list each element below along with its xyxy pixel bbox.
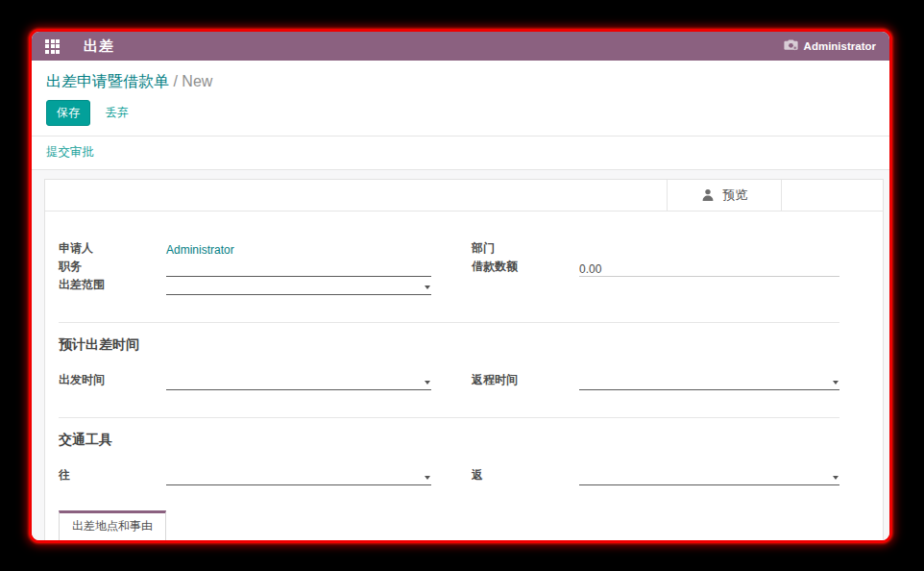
form-sheet: 预览 申请人 Administrator 职务 xyxy=(44,179,884,540)
navbar: 出差 Administrator xyxy=(32,32,889,61)
person-icon xyxy=(701,188,715,202)
field-outbound: 往 xyxy=(59,467,431,485)
field-return-time: 返程时间 xyxy=(472,372,839,390)
submit-approval-button[interactable]: 提交审批 xyxy=(46,145,94,159)
group-transport: 往 返 xyxy=(59,467,839,485)
applicant-value[interactable]: Administrator xyxy=(166,243,431,259)
button-box-spacer xyxy=(45,180,668,211)
breadcrumb-separator: / xyxy=(173,73,177,89)
section-expected-time: 预计出差时间 xyxy=(59,336,839,354)
dropdown-caret-icon xyxy=(833,381,839,385)
screenshot-stage: 出差 Administrator 出差申请暨借款单 / New xyxy=(0,0,924,571)
dropdown-caret-icon xyxy=(425,381,430,385)
position-label: 职务 xyxy=(59,259,166,277)
breadcrumb-document[interactable]: 出差申请暨借款单 xyxy=(46,73,169,89)
inbound-label: 返 xyxy=(472,467,579,485)
content-area: 预览 申请人 Administrator 职务 xyxy=(32,170,889,540)
preview-button[interactable]: 预览 xyxy=(668,180,782,211)
department-value[interactable] xyxy=(579,244,839,259)
field-department: 部门 xyxy=(472,240,839,259)
tab-row: 出差地点和事由 xyxy=(45,510,883,540)
notebook: 出差地点和事由 xyxy=(45,510,883,540)
app-window: 出差 Administrator 出差申请暨借款单 / New xyxy=(29,29,892,543)
position-input[interactable] xyxy=(166,261,431,277)
field-trip-scope: 出差范围 xyxy=(59,277,431,295)
field-position: 职务 xyxy=(59,259,431,277)
tab-trip-location-reason[interactable]: 出差地点和事由 xyxy=(59,510,166,540)
dropdown-caret-icon xyxy=(425,286,430,289)
inbound-select[interactable] xyxy=(579,470,839,485)
return-time-label: 返程时间 xyxy=(472,372,579,390)
section-separator xyxy=(59,322,839,323)
button-box: 预览 xyxy=(45,180,883,211)
save-button[interactable]: 保存 xyxy=(46,100,90,126)
breadcrumb-current: New xyxy=(182,73,212,89)
loan-amount-input[interactable] xyxy=(579,261,839,277)
dropdown-caret-icon xyxy=(833,476,839,480)
discard-button[interactable]: 丢弃 xyxy=(106,105,129,121)
group-time: 出发时间 返程时间 xyxy=(59,372,839,390)
trip-scope-label: 出差范围 xyxy=(59,277,166,295)
field-departure-time: 出发时间 xyxy=(59,372,431,390)
field-inbound: 返 xyxy=(472,467,839,485)
outbound-label: 往 xyxy=(59,467,166,485)
preview-label: 预览 xyxy=(723,186,748,204)
section-transport: 交通工具 xyxy=(59,432,839,449)
breadcrumb: 出差申请暨借款单 / New xyxy=(32,61,889,94)
section-separator xyxy=(59,417,839,418)
department-label: 部门 xyxy=(472,240,579,259)
field-applicant: 申请人 Administrator xyxy=(59,240,431,259)
avatar-camera-icon xyxy=(784,39,798,53)
apps-grid-icon[interactable] xyxy=(45,39,60,54)
field-loan-amount: 借款数额 xyxy=(472,259,839,277)
departure-time-label: 出发时间 xyxy=(59,372,166,390)
form-body: 申请人 Administrator 职务 出差范围 xyxy=(45,211,883,485)
user-name: Administrator xyxy=(804,40,876,52)
group-main: 申请人 Administrator 职务 出差范围 xyxy=(59,240,839,295)
dropdown-caret-icon xyxy=(425,476,430,480)
actions-row: 保存 丢弃 xyxy=(32,94,889,137)
applicant-label: 申请人 xyxy=(59,240,166,259)
departure-time-select[interactable] xyxy=(166,375,431,390)
loan-amount-label: 借款数额 xyxy=(472,259,579,277)
trip-scope-select[interactable] xyxy=(166,280,431,295)
return-time-select[interactable] xyxy=(579,375,839,390)
outbound-select[interactable] xyxy=(166,470,431,485)
user-menu[interactable]: Administrator xyxy=(784,39,876,53)
app-title: 出差 xyxy=(84,37,114,56)
statusbar: 提交审批 xyxy=(32,137,889,170)
